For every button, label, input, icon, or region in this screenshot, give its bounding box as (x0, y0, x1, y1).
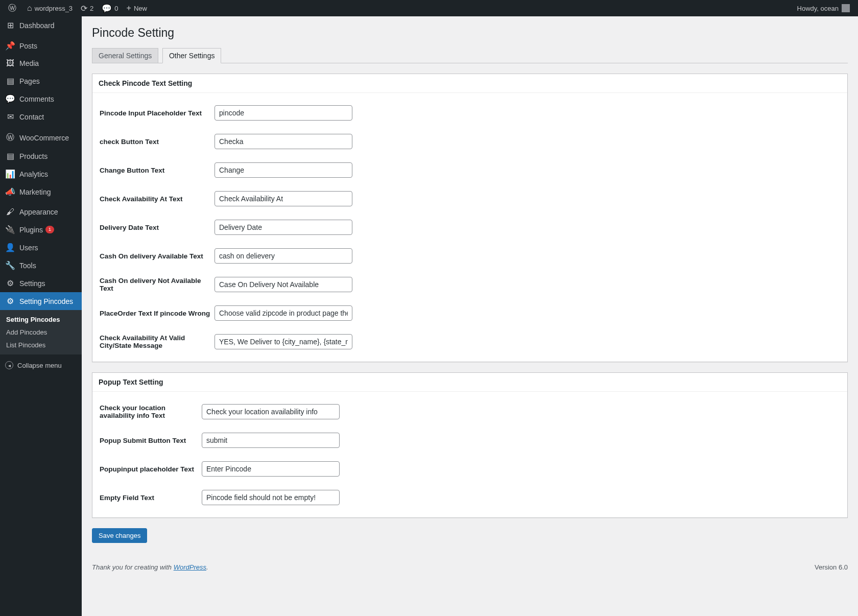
form-row: Check Availability At Valid City/State M… (100, 334, 840, 349)
form-row: Popup Submit Button Text (100, 433, 840, 448)
save-button[interactable]: Save changes (92, 528, 147, 543)
form-row: Check your location availability info Te… (100, 404, 840, 419)
sidebar-item-label: Settings (19, 279, 45, 288)
products-icon: ▤ (5, 151, 15, 161)
check-availability-at-valid-city-state-message-input[interactable] (214, 334, 352, 349)
tab-general-settings[interactable]: General Settings (92, 48, 158, 63)
submenu-item-add-pincodes[interactable]: Add Pincodes (0, 326, 82, 339)
tools-icon: 🔧 (5, 260, 15, 270)
collapse-label: Collapse menu (17, 362, 62, 369)
field-label: Check your location availability info Te… (100, 404, 202, 419)
comments-link[interactable]: 💬0 (98, 0, 122, 16)
sidebar-item-label: Pages (19, 77, 40, 85)
sidebar-item-label: Tools (19, 262, 36, 270)
change-button-text-input[interactable] (214, 162, 352, 178)
appearance-icon: 🖌 (5, 207, 15, 217)
analytics-icon: 📊 (5, 169, 15, 179)
cash-on-delivery-not-available-text-input[interactable] (214, 277, 352, 292)
panel-header: Check Pincode Text Setting (92, 74, 847, 93)
sidebar-item-label: Users (19, 244, 38, 252)
panel-check-pincode-text: Check Pincode Text Setting Pincode Input… (92, 74, 848, 362)
delivery-date-text-input[interactable] (214, 220, 352, 235)
sidebar-item-label: Products (19, 152, 47, 160)
sidebar-item-analytics[interactable]: 📊Analytics (0, 165, 82, 183)
pincode-input-placeholder-text-input[interactable] (214, 105, 352, 121)
sidebar-item-media[interactable]: 🖼Media (0, 55, 82, 72)
popupinput-placeholder-text-input[interactable] (202, 461, 340, 477)
form-row: Empty Field Text (100, 490, 840, 505)
submenu-item-setting-pincodes[interactable]: Setting Pincodes (0, 313, 82, 326)
comments-count: 0 (114, 5, 118, 12)
site-link[interactable]: ⌂wordpress_3 (23, 0, 77, 16)
sidebar-item-marketing[interactable]: 📣Marketing (0, 183, 82, 201)
check-button-text-input[interactable] (214, 134, 352, 149)
field-label: Pincode Input Placeholder Text (100, 109, 214, 117)
sidebar-item-label: Dashboard (19, 21, 55, 30)
submenu-item-list-pincodes[interactable]: List Pincodes (0, 339, 82, 351)
wp-logo[interactable]: ⓦ (4, 0, 23, 16)
footer-version: Version 6.0 (815, 563, 848, 571)
sidebar-item-pages[interactable]: ▤Pages (0, 72, 82, 90)
comments-icon: 💬 (5, 94, 15, 104)
sidebar-item-label: Contact (19, 113, 44, 121)
sidebar-submenu: Setting PincodesAdd PincodesList Pincode… (0, 310, 82, 354)
updates-icon: ⟳ (81, 4, 87, 13)
popup-submit-button-text-input[interactable] (202, 433, 340, 448)
sidebar-item-users[interactable]: 👤Users (0, 239, 82, 256)
howdy-text: Howdy, ocean (797, 5, 839, 12)
sidebar-item-posts[interactable]: 📌Posts (0, 37, 82, 55)
new-label: New (134, 5, 147, 12)
field-label: Cash On delivery Available Text (100, 252, 214, 260)
cash-on-delivery-available-text-input[interactable] (214, 248, 352, 264)
site-name: wordpress_3 (35, 5, 73, 12)
plugins-icon: 🔌 (5, 225, 15, 234)
page-title: Pincode Setting (92, 21, 848, 42)
wordpress-link[interactable]: WordPress (174, 563, 206, 571)
sidebar-item-label: Analytics (19, 170, 48, 178)
form-row: PlaceOrder Text If pincode Wrong (100, 305, 840, 321)
check-availability-at-text-input[interactable] (214, 191, 352, 206)
updates-count: 2 (90, 5, 93, 12)
panel-header: Popup Text Setting (92, 373, 847, 392)
check-your-location-availability-info-text-input[interactable] (202, 404, 340, 419)
form-row: Check Availability At Text (100, 191, 840, 206)
form-row: check Button Text (100, 134, 840, 149)
form-row: Cash On delivery Not Available Text (100, 277, 840, 292)
account-link[interactable]: Howdy, ocean (793, 0, 854, 16)
wordpress-icon: ⓦ (8, 3, 16, 14)
empty-field-text-input[interactable] (202, 490, 340, 505)
sidebar-item-label: WooCommerce (19, 134, 69, 142)
tab-nav: General Settings Other Settings (92, 48, 848, 63)
sidebar-item-label: Comments (19, 95, 54, 103)
footer-thanks: Thank you for creating with WordPress. (92, 563, 208, 571)
sidebar-item-setting-pincodes[interactable]: ⚙Setting Pincodes (0, 292, 82, 310)
field-label: check Button Text (100, 138, 214, 146)
sidebar-item-contact[interactable]: ✉Contact (0, 108, 82, 126)
sidebar-item-appearance[interactable]: 🖌Appearance (0, 203, 82, 221)
pages-icon: ▤ (5, 76, 15, 86)
tab-other-settings[interactable]: Other Settings (162, 48, 222, 63)
users-icon: 👤 (5, 243, 15, 252)
collapse-menu-button[interactable]: ◂ Collapse menu (0, 357, 82, 373)
sidebar-item-plugins[interactable]: 🔌Plugins1 (0, 221, 82, 239)
marketing-icon: 📣 (5, 187, 15, 197)
sidebar-item-woocommerce[interactable]: ⓌWooCommerce (0, 128, 82, 147)
dashboard-icon: ⊞ (5, 20, 15, 30)
media-icon: 🖼 (5, 59, 15, 68)
form-row: Popupinput placeholder Text (100, 461, 840, 477)
comment-icon: 💬 (102, 4, 112, 13)
home-icon: ⌂ (27, 4, 32, 13)
sidebar-item-comments[interactable]: 💬Comments (0, 90, 82, 108)
placeorder-text-if-pincode-wrong-input[interactable] (214, 305, 352, 321)
new-link[interactable]: +New (123, 0, 151, 16)
woo-icon: Ⓦ (5, 132, 15, 143)
sidebar-item-products[interactable]: ▤Products (0, 147, 82, 165)
sidebar-item-settings[interactable]: ⚙Settings (0, 274, 82, 292)
sidebar-item-dashboard[interactable]: ⊞Dashboard (0, 16, 82, 34)
form-row: Delivery Date Text (100, 220, 840, 235)
sidebar-item-label: Appearance (19, 208, 58, 216)
sidebar-item-tools[interactable]: 🔧Tools (0, 256, 82, 274)
field-label: Delivery Date Text (100, 224, 214, 231)
updates-link[interactable]: ⟳2 (77, 0, 98, 16)
form-row: Change Button Text (100, 162, 840, 178)
